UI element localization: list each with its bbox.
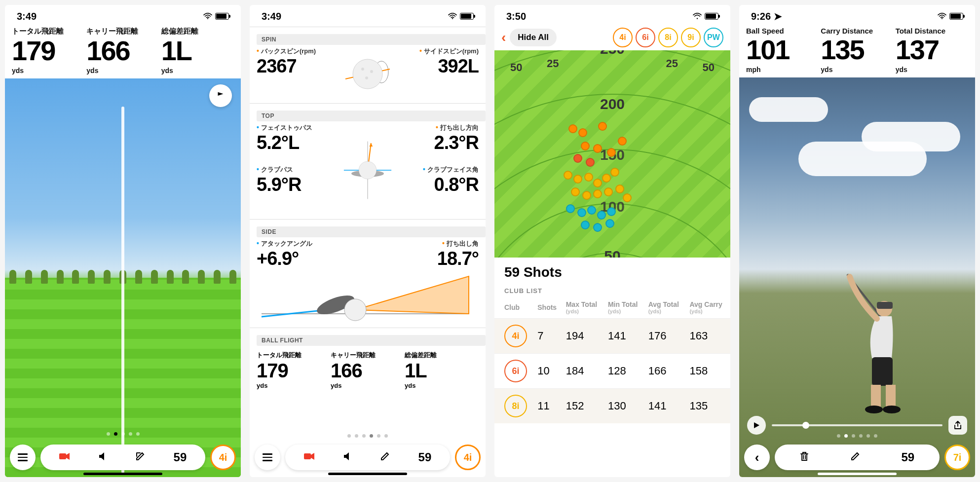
home-indicator[interactable] [83,473,162,475]
menu-icon [18,453,28,461]
launchdir-label: 打ち出し方向 [395,123,479,132]
table-row[interactable]: 8i 11152130141135 [494,389,730,424]
table-row[interactable]: 6i 10184128166158 [494,354,730,389]
club-list-title: CLUB LIST [494,283,730,297]
edit-button[interactable] [380,451,390,463]
launch-label: 打ち出し角 [368,239,479,248]
section-spin: SPIN [257,34,486,45]
page-indicator[interactable] [5,432,241,436]
shot-count: 59 [418,450,432,464]
control-bar: ‹ 59 7i [744,445,970,470]
home-indicator[interactable] [818,473,897,475]
battery-icon [215,13,229,20]
total-value: 179 [257,360,331,382]
carry-value: 135 [821,36,893,64]
chip-8i[interactable]: 8i [658,28,678,47]
battery-icon [705,13,718,20]
swing-video[interactable]: ‹ 59 7i [739,77,975,477]
sidespin-value: 392L [395,56,479,77]
clock: 3:50 [506,11,526,22]
club-selector[interactable]: 4i [455,445,481,470]
menu-button[interactable] [10,445,36,470]
record-button[interactable] [59,452,70,462]
edit-button[interactable] [135,451,145,463]
svg-point-0 [207,18,208,19]
ball-tracer [121,107,124,473]
club-stats-table: Club Shots Max Total(yds) Min Total(yds)… [494,297,730,423]
status-bar: 3:50 [494,5,730,25]
chip-9i[interactable]: 9i [681,28,701,47]
top-graphic [340,123,395,217]
metric-carry-value: 166 [86,37,159,65]
menu-icon [263,453,272,461]
sound-button[interactable] [343,452,352,463]
club-selector[interactable]: 7i [944,445,970,470]
chip-pw[interactable]: PW [704,28,723,47]
ball-speed-value: 101 [746,36,819,64]
battery-icon [460,13,474,20]
metric-dev-value: 1L [161,37,234,65]
trash-icon [800,451,809,461]
backspin-label: バックスピン(rpm) [257,47,340,56]
dispersion-chart[interactable]: 250 50 50 25 25 200 150 100 50 [494,50,730,258]
svg-point-7 [365,76,368,79]
golfer-figure [808,269,906,408]
video-controls [747,416,967,435]
status-bar: 3:49 [250,5,486,25]
flag-icon [215,90,226,101]
share-button[interactable] [948,416,967,435]
shot-count: 59 [174,450,187,464]
faceang-value: 0.8°R [395,174,479,195]
back-button[interactable]: ‹ [744,445,770,470]
svg-point-5 [361,68,364,71]
back-button[interactable]: ‹ [501,30,506,45]
clock: 9:26 ➤ [751,10,782,22]
club-selector[interactable]: 4i [210,445,236,470]
sound-button[interactable] [98,452,107,463]
record-button[interactable] [304,452,315,462]
section-side: SIDE [257,226,486,237]
svg-point-25 [883,406,901,413]
launchdir-value: 2.3°R [395,132,479,153]
svg-point-2 [452,18,453,19]
svg-point-17 [942,18,942,19]
side-graphic [250,269,486,326]
screen-video-review: 9:26 ➤ Ball Speed101mph Carry Distance13… [739,5,975,477]
shot-count: 59 [901,450,914,464]
svg-rect-1 [59,453,66,459]
svg-point-16 [697,18,698,19]
clock: 3:49 [262,11,281,22]
spin-graphic [340,47,395,101]
page-indicator[interactable] [739,434,975,438]
wifi-icon [938,11,946,22]
ftp-value: 5.2°L [257,132,340,153]
menu-button[interactable] [255,445,280,470]
club-filter-chips: 4i 6i 8i 9i PW [613,28,723,47]
chip-4i[interactable]: 4i [613,28,633,47]
status-icons [200,11,229,22]
edit-button[interactable] [850,451,860,463]
video-scrubber[interactable] [772,424,942,426]
svg-point-24 [865,406,883,413]
control-bar: 59 4i [10,445,236,470]
location-icon: ➤ [774,11,782,22]
wifi-icon [448,11,457,22]
page-indicator[interactable] [250,434,486,438]
shot-visualization[interactable]: 59 4i [5,78,241,477]
svg-rect-22 [871,385,881,408]
hide-all-button[interactable]: Hide All [510,29,557,46]
attack-value: +6.9° [257,248,368,269]
table-row[interactable]: 4i 7194141176163 [494,319,730,354]
section-top: TOP [257,111,486,121]
chip-6i[interactable]: 6i [636,28,655,47]
sidespin-label: サイドスピン(rpm) [395,47,479,56]
chevron-left-icon: ‹ [755,450,759,465]
section-ballflight: BALL FLIGHT [257,335,486,346]
delete-button[interactable] [800,451,809,463]
screen-shot-tracer: 3:49 トータル飛距離179yds キャリー飛距離166yds 総偏差距離1L… [5,5,241,477]
home-indicator[interactable] [328,473,407,475]
target-flag-button[interactable] [209,84,232,107]
battery-icon [949,13,963,20]
svg-point-11 [359,161,377,179]
play-button[interactable] [747,416,766,435]
